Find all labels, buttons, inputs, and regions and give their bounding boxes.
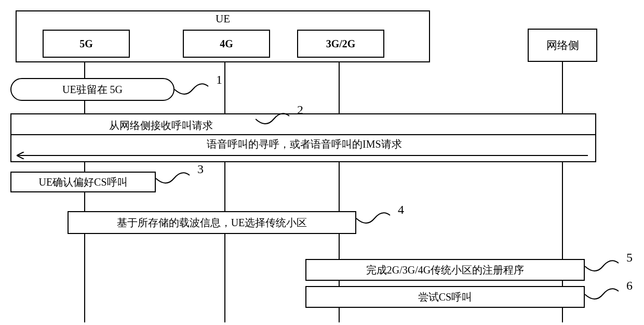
- step2-box: 从网络侧接收呼叫请求 语音呼叫的寻呼，或者语音呼叫的IMS请求: [10, 113, 596, 162]
- ue-label: UE: [216, 12, 230, 25]
- callout-curve-5: [585, 255, 621, 276]
- step5-box: 完成2G/3G/4G传统小区的注册程序: [305, 259, 585, 281]
- callout-curve-1: [175, 78, 211, 99]
- step2-header: 从网络侧接收呼叫请求: [109, 119, 213, 133]
- callout-curve-2: [256, 108, 292, 128]
- callout-num-3: 3: [197, 162, 204, 176]
- step2-desc: 语音呼叫的寻呼，或者语音呼叫的IMS请求: [207, 137, 402, 151]
- callout-num-2: 2: [297, 103, 303, 117]
- lifeline-4g: [224, 62, 225, 322]
- step4-box: 基于所存储的载波信息，UE选择传统小区: [68, 211, 356, 234]
- callout-num-5: 5: [626, 251, 633, 265]
- callout-curve-6: [585, 283, 621, 304]
- step1-box: UE驻留在 5G: [10, 78, 175, 101]
- ue-header-box: UE 5G 4G 3G/2G: [16, 10, 430, 62]
- step2-arrow-line: [18, 155, 588, 156]
- step6-box: 尝试CS呼叫: [305, 286, 585, 308]
- step3-box: UE确认偏好CS呼叫: [10, 172, 156, 192]
- tech-3g2g-box: 3G/2G: [297, 30, 384, 58]
- callout-num-4: 4: [398, 203, 404, 217]
- lifeline-network: [562, 62, 563, 322]
- step2-arrowhead: [17, 152, 25, 159]
- callout-curve-3: [156, 167, 192, 188]
- network-side-box: 网络侧: [528, 29, 597, 62]
- lifeline-3g2g: [339, 62, 340, 322]
- tech-4g-box: 4G: [183, 30, 270, 58]
- tech-5g-box: 5G: [43, 30, 130, 58]
- callout-num-1: 1: [216, 73, 222, 87]
- callout-curve-4: [356, 207, 393, 228]
- lifeline-5g: [84, 62, 85, 322]
- step2-divider: [11, 134, 595, 135]
- callout-num-6: 6: [626, 279, 633, 293]
